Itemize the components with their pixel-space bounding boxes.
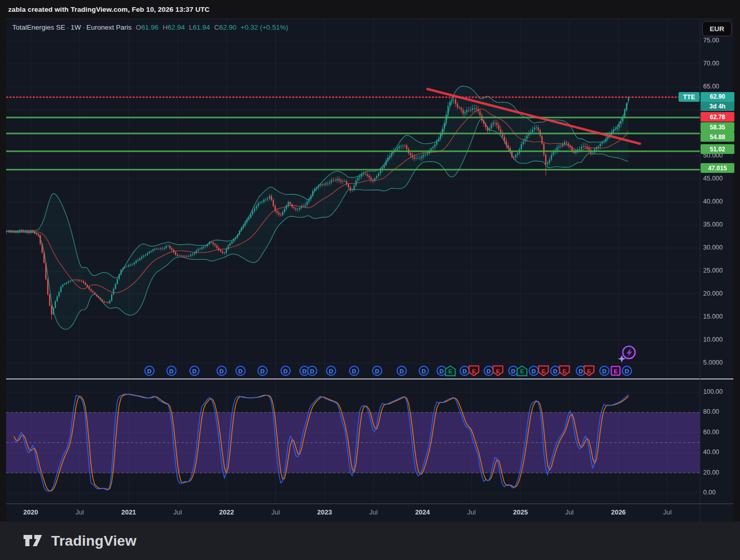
price-axis-tick: 70.00 [703, 60, 719, 67]
close-value: 62.90 [219, 24, 236, 31]
svg-text:D: D [579, 368, 583, 374]
open-label: O [136, 24, 141, 31]
support-price-label[interactable]: 58.35 [701, 122, 734, 132]
change-value: +0.32 (+0.51%) [241, 24, 288, 31]
svg-text:D: D [463, 368, 467, 374]
time-axis-label: Jul [271, 508, 280, 516]
svg-text:D: D [422, 368, 426, 374]
svg-text:D: D [440, 368, 444, 374]
svg-text:D: D [329, 368, 333, 374]
price-axis-tick: 25.000 [703, 267, 723, 274]
earnings-marker[interactable]: E [538, 365, 549, 376]
dividend-marker[interactable]: D [372, 365, 383, 376]
dividend-marker[interactable]: D [325, 365, 337, 376]
svg-text:D: D [625, 368, 629, 374]
svg-text:D: D [553, 368, 557, 374]
dividend-marker[interactable]: D [189, 365, 200, 376]
lightning-bolt-icon [626, 348, 632, 357]
bar-countdown: 3d 4h [701, 102, 734, 111]
dividend-marker[interactable]: D [621, 365, 633, 376]
tradingview-chart-page: zabla created with TradingView.com, Feb … [0, 0, 740, 560]
price-axis-tick: 65.00 [703, 83, 719, 90]
svg-text:D: D [302, 368, 307, 374]
price-axis-tick: 40.000 [703, 198, 723, 205]
svg-text:D: D [602, 368, 606, 374]
time-axis-label: 2023 [317, 508, 332, 516]
legend-separator: · [66, 24, 71, 31]
time-axis-label: Jul [467, 508, 476, 516]
stochastic-axis-tick: 100.00 [703, 388, 723, 395]
low-value: 61.94 [193, 24, 210, 31]
time-axis-label: Jul [565, 508, 574, 516]
dividend-marker[interactable]: D [166, 365, 177, 376]
svg-text:E: E [472, 368, 476, 374]
support-price-label[interactable]: 47.015 [701, 163, 734, 173]
dividend-marker[interactable]: D [216, 365, 227, 376]
time-axis-label: 2024 [415, 508, 430, 516]
symbol-price-tag[interactable]: TTE [679, 92, 700, 102]
price-axis-tick: 45.000 [703, 175, 723, 182]
earnings-marker[interactable]: E [559, 365, 570, 376]
dividend-marker[interactable]: D [144, 365, 155, 376]
svg-text:D: D [169, 368, 173, 374]
time-axis-label: Jul [173, 508, 182, 516]
earnings-marker[interactable]: E [610, 365, 621, 376]
svg-text:E: E [520, 368, 524, 374]
earnings-marker[interactable]: E [492, 365, 504, 376]
price-axis-tick: 10.000 [703, 336, 723, 343]
dividend-marker[interactable]: D [599, 365, 610, 376]
earnings-marker[interactable]: E [445, 365, 456, 376]
tradingview-logo-icon[interactable] [23, 531, 44, 551]
svg-text:D: D [238, 368, 243, 374]
dividend-marker[interactable]: D [257, 365, 268, 376]
dividend-marker[interactable]: D [396, 365, 407, 376]
supercharts-sparkle-icon[interactable] [617, 343, 640, 366]
svg-text:D: D [511, 368, 515, 374]
legend-symbol: TotalEnergies SE [12, 24, 66, 31]
dividend-marker[interactable]: D [307, 365, 318, 376]
time-axis-label: 2021 [121, 508, 136, 516]
svg-text:D: D [487, 368, 491, 374]
legend-interval: 1W [71, 24, 81, 31]
time-axis-label: Jul [663, 508, 672, 516]
time-axis-label: Jul [369, 508, 378, 516]
tradingview-brand-text[interactable]: TradingView [51, 533, 137, 549]
earnings-marker[interactable]: E [516, 365, 528, 376]
price-axis-tick: 5.0000 [703, 359, 723, 366]
time-axis-label: 2026 [611, 508, 626, 516]
open-value: 61.96 [141, 24, 159, 31]
dividend-marker[interactable]: D [349, 365, 360, 376]
earnings-marker[interactable]: E [583, 365, 595, 376]
current-price-label[interactable]: 62.90 3d 4h [701, 92, 734, 111]
dividend-marker[interactable]: D [418, 365, 429, 376]
dividend-marker[interactable]: D [280, 365, 291, 376]
time-axis-label: 2022 [219, 508, 234, 516]
currency-button[interactable]: EUR [702, 21, 732, 36]
time-axis-label: Jul [75, 508, 84, 516]
svg-text:E: E [587, 368, 591, 374]
svg-text:D: D [375, 368, 379, 374]
support-price-label[interactable]: 51.02 [701, 144, 734, 154]
svg-text:D: D [260, 368, 265, 374]
svg-text:D: D [352, 368, 356, 374]
svg-text:D: D [147, 368, 151, 374]
time-axis-label: 2025 [513, 508, 528, 516]
earnings-marker[interactable]: E [468, 365, 480, 376]
legend-separator: · [81, 24, 86, 31]
close-label: C [214, 24, 220, 31]
price-axis-tick: 35.000 [703, 221, 723, 228]
currency-label: EUR [710, 25, 725, 33]
stochastic-axis-tick: 0.00 [703, 489, 715, 496]
support-price-label[interactable]: 54.88 [701, 132, 734, 142]
svg-text:D: D [192, 368, 197, 374]
svg-text:D: D [532, 368, 536, 374]
price-axis-tick: 75.00 [703, 37, 719, 44]
price-axis-tick: 15.000 [703, 313, 723, 320]
dividend-marker[interactable]: D [235, 365, 246, 376]
price-axis-tick: 30.000 [703, 244, 723, 251]
resistance-price-label[interactable]: 62.78 [701, 112, 734, 122]
footer-bar: TradingView [0, 522, 740, 560]
chart-canvas[interactable] [0, 0, 740, 560]
svg-text:E: E [541, 368, 546, 374]
symbol-legend[interactable]: TotalEnergies SE·1W·Euronext ParisO61.96… [12, 24, 288, 31]
